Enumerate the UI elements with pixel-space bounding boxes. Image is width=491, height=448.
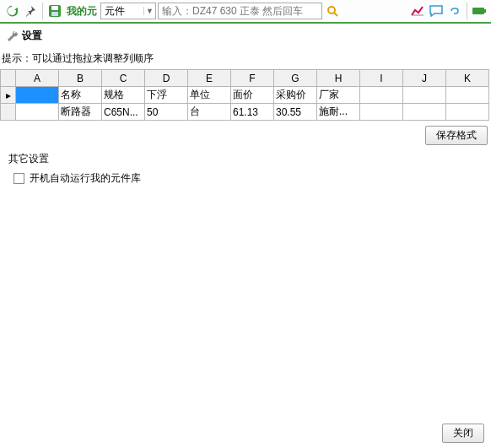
grid-cell[interactable]: C65N... [102, 104, 145, 121]
search-input[interactable] [158, 3, 322, 19]
grid-cell[interactable] [446, 104, 489, 121]
col-header[interactable]: G [274, 70, 317, 87]
col-header[interactable]: I [360, 70, 403, 87]
chart-icon[interactable] [409, 3, 426, 19]
grid-cell[interactable]: 名称 [59, 87, 102, 104]
grid-cell[interactable]: 下浮 [145, 87, 188, 104]
svg-rect-5 [472, 8, 484, 14]
link-icon[interactable] [446, 3, 463, 19]
grid-cell-selected[interactable] [16, 87, 59, 104]
svg-point-3 [328, 7, 335, 13]
col-header[interactable]: D [145, 70, 188, 87]
autorun-checkbox[interactable] [13, 173, 24, 184]
close-button[interactable]: 关闭 [442, 424, 484, 443]
autorun-row: 开机自动运行我的元件库 [0, 168, 491, 186]
grid-cell[interactable]: 单位 [188, 87, 231, 104]
grid-header-row: A B C D E F G H I J K [1, 70, 489, 87]
pin-icon[interactable] [22, 3, 39, 19]
col-header[interactable]: A [16, 70, 59, 87]
svg-rect-6 [484, 9, 486, 13]
toolbar-separator [42, 3, 43, 19]
grid-cell[interactable] [16, 104, 59, 121]
grid-cell[interactable] [403, 104, 446, 121]
grid-cell[interactable]: 台 [188, 104, 231, 121]
drag-hint: 提示：可以通过拖拉来调整列顺序 [0, 48, 491, 69]
save-format-button[interactable]: 保存格式 [425, 126, 488, 145]
combo-value: 元件 [101, 4, 143, 19]
refresh-icon[interactable] [3, 3, 20, 19]
svg-rect-2 [51, 12, 58, 16]
save-disk-icon[interactable] [46, 3, 63, 19]
column-grid: A B C D E F G H I J K ▸ 名称 规格 下浮 单位 面价 采… [0, 69, 491, 121]
grid-cell[interactable]: 30.55 [274, 104, 317, 121]
save-format-row: 保存格式 [0, 121, 491, 147]
wrench-icon [7, 30, 19, 42]
panel-title: 设置 [22, 29, 42, 43]
grid-corner [1, 70, 16, 87]
row-marker-icon: ▸ [1, 87, 16, 104]
col-header[interactable]: B [59, 70, 102, 87]
search-icon[interactable] [324, 3, 341, 19]
col-header[interactable]: K [446, 70, 489, 87]
grid-cell[interactable] [446, 87, 489, 104]
toolbar-separator [467, 3, 467, 19]
grid-cell[interactable]: 断路器 [59, 104, 102, 121]
svg-rect-1 [51, 6, 58, 10]
my-components-label: 我的元 [65, 4, 99, 19]
battery-icon[interactable] [471, 3, 488, 19]
chevron-down-icon: ▼ [143, 7, 155, 15]
svg-line-4 [334, 13, 337, 16]
col-header[interactable]: F [231, 70, 274, 87]
grid-cell[interactable]: 厂家 [317, 87, 360, 104]
footer: 关闭 [442, 424, 484, 443]
col-header[interactable]: C [102, 70, 145, 87]
grid-cell[interactable] [403, 87, 446, 104]
grid-cell[interactable] [360, 104, 403, 121]
chat-icon[interactable] [428, 3, 445, 19]
category-combo[interactable]: 元件 ▼ [100, 3, 156, 19]
grid-cell[interactable]: 规格 [102, 87, 145, 104]
panel-header: 设置 [0, 24, 491, 48]
table-row[interactable]: ▸ 名称 规格 下浮 单位 面价 采购价 厂家 [1, 87, 489, 104]
grid-cell[interactable]: 61.13 [231, 104, 274, 121]
grid-cell[interactable]: 面价 [231, 87, 274, 104]
col-header[interactable]: H [317, 70, 360, 87]
col-header[interactable]: J [403, 70, 446, 87]
row-header [1, 104, 16, 121]
grid-table[interactable]: A B C D E F G H I J K ▸ 名称 规格 下浮 单位 面价 采… [0, 69, 489, 121]
grid-cell[interactable]: 施耐... [317, 104, 360, 121]
main-toolbar: 我的元 元件 ▼ [0, 0, 491, 24]
table-row[interactable]: 断路器 C65N... 50 台 61.13 30.55 施耐... [1, 104, 489, 121]
grid-cell[interactable] [360, 87, 403, 104]
grid-cell[interactable]: 采购价 [274, 87, 317, 104]
autorun-label: 开机自动运行我的元件库 [30, 171, 141, 186]
other-settings-title: 其它设置 [0, 147, 491, 168]
col-header[interactable]: E [188, 70, 231, 87]
grid-cell[interactable]: 50 [145, 104, 188, 121]
